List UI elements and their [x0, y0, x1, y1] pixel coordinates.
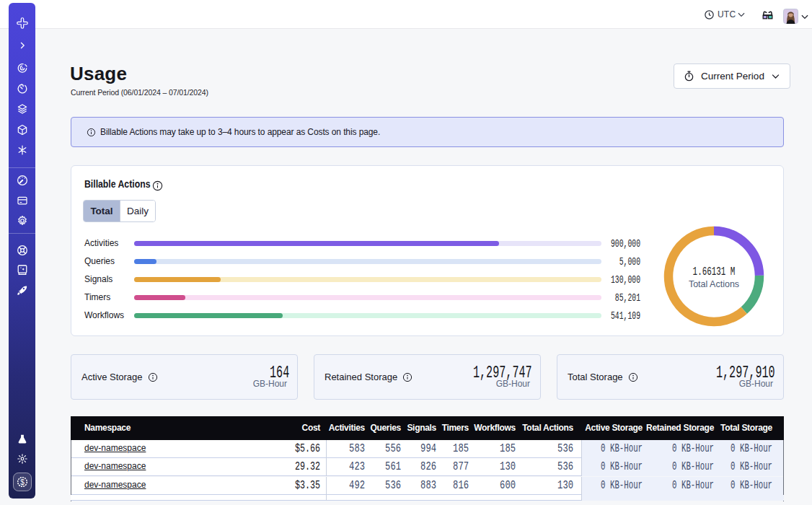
svg-text:$: $ — [20, 478, 25, 486]
